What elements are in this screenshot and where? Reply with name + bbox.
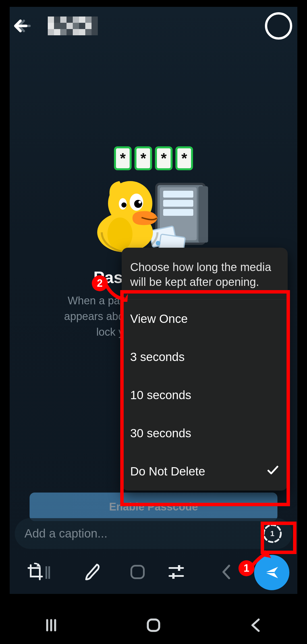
- system-navigation-bar: [0, 608, 307, 644]
- passcode-char: *: [114, 146, 132, 170]
- svg-point-16: [107, 218, 132, 251]
- recipient-name-pixelated: [48, 17, 98, 35]
- annotation-badge-2: 2: [92, 275, 108, 291]
- svg-point-12: [134, 200, 142, 208]
- sticker-button[interactable]: [130, 564, 146, 581]
- crop-rotate-button[interactable]: [24, 561, 46, 584]
- caption-input-row: Add a caption... 1: [15, 518, 292, 549]
- shape-circle-tool[interactable]: [265, 12, 292, 40]
- svg-rect-18: [45, 566, 47, 579]
- recents-button[interactable]: [42, 616, 60, 635]
- svg-point-15: [121, 202, 126, 208]
- system-back-button[interactable]: [247, 616, 265, 635]
- svg-rect-23: [148, 620, 159, 631]
- media-editor-topbar: [10, 10, 297, 42]
- crop-handle-icon: [45, 565, 51, 581]
- passcode-illustration: * * * *: [94, 146, 213, 252]
- svg-rect-4: [163, 200, 193, 207]
- annotation-box-timer: [261, 522, 296, 554]
- brush-button[interactable]: [83, 562, 103, 583]
- previous-button[interactable]: [219, 563, 233, 582]
- annotation-arrow-2: [105, 283, 128, 302]
- svg-rect-2: [198, 186, 208, 243]
- passcode-char: *: [134, 146, 152, 170]
- passcode-char: *: [175, 146, 193, 170]
- adjust-button[interactable]: [167, 562, 186, 583]
- svg-rect-19: [48, 566, 50, 579]
- svg-rect-22: [172, 573, 175, 579]
- svg-rect-5: [163, 209, 193, 216]
- passcode-masked-boxes: * * * *: [114, 146, 193, 170]
- annotation-box-options: [120, 290, 290, 506]
- svg-rect-20: [131, 566, 144, 578]
- back-button[interactable]: [15, 16, 35, 36]
- annotation-badge-1: 1: [238, 560, 254, 576]
- passcode-char: *: [155, 146, 173, 170]
- caption-input[interactable]: Add a caption...: [24, 527, 107, 540]
- svg-point-13: [138, 201, 141, 204]
- duck-safe-illustration: [94, 173, 213, 252]
- home-button[interactable]: [144, 616, 163, 635]
- svg-rect-21: [178, 565, 180, 571]
- svg-rect-3: [163, 191, 193, 198]
- svg-point-8: [156, 241, 160, 245]
